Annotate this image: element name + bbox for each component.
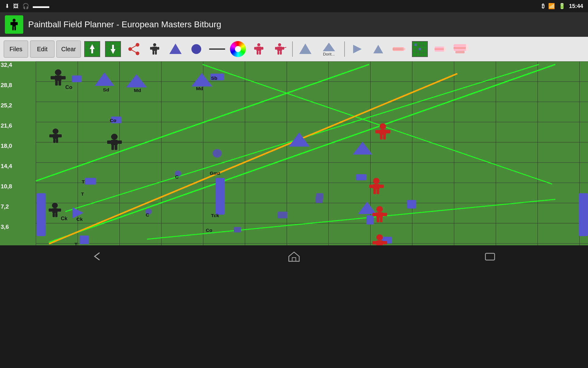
svg-text:C: C <box>146 212 149 217</box>
svg-text:T: T <box>74 242 77 245</box>
recent-button[interactable] <box>482 250 498 265</box>
svg-text:7,2: 7,2 <box>1 204 9 210</box>
svg-rect-127 <box>57 209 61 212</box>
svg-rect-5 <box>14 27 16 30</box>
triangle-outline-icon-btn[interactable] <box>296 40 315 59</box>
svg-rect-213 <box>372 241 377 244</box>
svg-rect-129 <box>55 213 57 217</box>
line-icon-btn[interactable] <box>208 40 227 59</box>
home-button[interactable] <box>286 250 302 265</box>
small-triangle-icon <box>371 42 385 56</box>
upload-grid-icon <box>84 41 100 57</box>
recent-icon <box>482 250 498 263</box>
svg-text:18,0: 18,0 <box>1 143 12 149</box>
circle-icon-btn[interactable] <box>187 40 206 59</box>
dorito-icon-btn[interactable]: Dorit... <box>317 40 341 59</box>
app-title: Paintball Field Planner - European Maste… <box>28 20 221 29</box>
eraser-icon-btn[interactable] <box>431 40 450 59</box>
headphones-icon: 🎧 <box>22 3 29 10</box>
paintball-field[interactable]: 32,4 28,8 25,2 21,6 18,0 14,4 10,8 7,2 3… <box>0 61 588 245</box>
back-button[interactable] <box>90 250 106 265</box>
red-player-right-icon-btn[interactable] <box>270 40 289 59</box>
svg-point-156 <box>145 209 152 215</box>
svg-text:Ck: Ck <box>61 216 68 221</box>
edit-label: Edit <box>37 46 47 53</box>
svg-text:Md: Md <box>134 88 141 93</box>
svg-rect-61 <box>414 44 417 46</box>
svg-rect-119 <box>53 134 58 139</box>
svg-point-154 <box>175 171 181 177</box>
line-icon <box>208 42 226 56</box>
status-bar: ⬇ 🖼 🎧 ▬▬▬ ₿ 📶 🔋 15:44 <box>0 0 588 12</box>
svg-line-24 <box>130 49 138 53</box>
svg-marker-50 <box>373 45 383 53</box>
svg-rect-150 <box>216 178 225 215</box>
bars-icon: ▬▬▬ <box>33 3 49 10</box>
svg-text:Tck: Tck <box>211 213 219 218</box>
svg-rect-197 <box>380 135 383 140</box>
files-button[interactable]: Files <box>4 40 28 58</box>
upload-icon-btn[interactable] <box>83 40 102 59</box>
svg-rect-204 <box>377 190 379 194</box>
pencil-icon <box>391 42 407 56</box>
black-player-icon <box>148 42 161 56</box>
svg-line-105 <box>36 64 369 181</box>
svg-rect-18 <box>112 45 114 49</box>
dorito-icon <box>322 42 336 52</box>
svg-line-104 <box>49 64 555 242</box>
svg-line-106 <box>65 64 539 212</box>
svg-rect-228 <box>115 145 117 150</box>
big-eraser-icon <box>452 41 471 57</box>
big-eraser-icon-btn[interactable] <box>452 40 471 59</box>
svg-rect-12 <box>91 49 93 53</box>
black-player-icon-btn[interactable] <box>145 40 164 59</box>
download-icon: ⬇ <box>5 3 9 10</box>
svg-rect-196 <box>386 130 390 133</box>
svg-text:T: T <box>81 191 84 196</box>
svg-rect-69 <box>455 51 465 53</box>
svg-rect-70 <box>0 61 588 245</box>
svg-rect-139 <box>72 75 82 82</box>
svg-marker-48 <box>323 43 335 51</box>
files-label: Files <box>9 46 22 53</box>
toolbar-divider-2 <box>344 41 345 57</box>
svg-rect-142 <box>111 117 122 123</box>
arrow-right-icon <box>351 42 364 56</box>
svg-rect-227 <box>111 145 114 150</box>
svg-rect-114 <box>61 76 66 79</box>
svg-rect-28 <box>157 47 159 50</box>
svg-rect-241 <box>485 253 495 260</box>
red-player-left-icon-btn[interactable] <box>249 40 268 59</box>
edit-button[interactable]: Edit <box>30 40 55 58</box>
download-icon-btn[interactable] <box>104 40 123 59</box>
download-grid-icon <box>105 41 121 57</box>
pencil-icon-btn[interactable] <box>390 40 409 59</box>
svg-rect-162 <box>407 200 416 209</box>
bottom-nav <box>0 245 588 270</box>
minimap-icon-btn[interactable] <box>410 40 429 59</box>
svg-rect-144 <box>85 178 96 185</box>
triangle-outline-icon <box>299 42 312 56</box>
svg-marker-49 <box>353 45 362 53</box>
app-icon-svg <box>7 18 21 31</box>
status-right-icons: ₿ 📶 🔋 15:44 <box>542 3 583 10</box>
svg-rect-195 <box>375 130 380 133</box>
eraser-icon <box>433 42 449 56</box>
svg-marker-146 <box>191 73 212 86</box>
small-triangle-icon-btn[interactable] <box>369 40 388 59</box>
arrow-right-icon-btn[interactable] <box>348 40 367 59</box>
svg-rect-200 <box>373 184 379 190</box>
red-player-left-icon <box>252 42 266 56</box>
svg-rect-45 <box>280 51 282 55</box>
color-wheel-btn[interactable] <box>228 40 247 59</box>
svg-line-109 <box>49 74 457 244</box>
clear-button[interactable]: Clear <box>56 40 81 58</box>
svg-text:C: C <box>175 174 179 179</box>
share-icon-btn[interactable] <box>124 40 143 59</box>
svg-rect-112 <box>55 75 61 81</box>
svg-rect-191 <box>382 237 392 243</box>
app-icon <box>5 15 23 34</box>
svg-marker-178 <box>289 132 310 147</box>
triangle-icon-btn[interactable] <box>166 40 185 59</box>
svg-text:Co: Co <box>65 84 72 90</box>
